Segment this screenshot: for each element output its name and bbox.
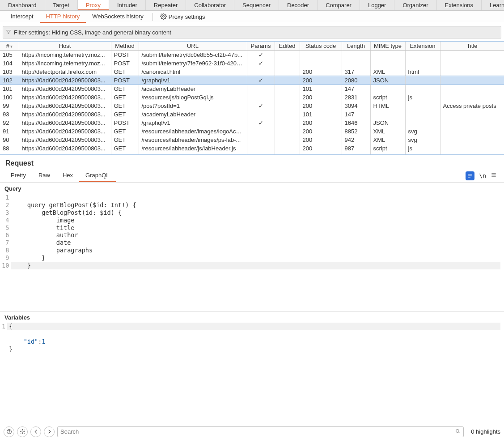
subtab-http-history[interactable]: HTTP history [40,11,86,23]
table-row[interactable]: 100https://0ad600d204209500803...GET/res… [0,93,504,102]
table-row[interactable]: 90https://0ad600d204209500803...GET/reso… [0,136,504,144]
gear-icon [160,13,167,21]
http-history-table: #▾HostMethodURLParamsEditedStatus codeLe… [0,41,504,155]
forward-button[interactable] [44,426,55,437]
funnel-icon [6,29,11,36]
filter-text: Filter settings: Hiding CSS, image and g… [14,29,171,36]
proxy-settings-button[interactable]: Proxy settings [156,13,210,21]
request-panel: Request PrettyRawHexGraphQL \n Query 123… [0,155,504,424]
highlights-count: 0 highlights [466,428,500,435]
view-tab-graphql[interactable]: GraphQL [79,169,115,182]
svg-point-10 [456,429,459,432]
table-row[interactable]: 99https://0ad600d204209500803...GET/post… [0,102,504,110]
search-box[interactable] [57,426,464,437]
inspector-toggle-button[interactable] [466,171,474,180]
tab-sequencer[interactable]: Sequencer [234,0,279,10]
col-mime-type[interactable]: MIME type [370,42,405,51]
query-label: Query [0,183,504,194]
variables-editor[interactable]: 1 { "id":1} [0,323,504,424]
table-row[interactable]: 103http://detectportal.firefox.comGET/ca… [0,68,504,76]
help-button[interactable] [4,426,14,437]
subtab-intercept[interactable]: Intercept [4,11,40,23]
table-row[interactable]: 91https://0ad600d204209500803...GET/reso… [0,127,504,136]
svg-rect-3 [468,177,470,178]
main-tabs: DashboardTargetProxyIntruderRepeaterColl… [0,0,504,11]
col-method[interactable]: Method [111,42,139,51]
proxy-settings-label: Proxy settings [169,13,205,20]
svg-line-11 [459,432,460,433]
view-tab-raw[interactable]: Raw [32,169,56,182]
table-row[interactable]: 104https://incoming.telemetry.moz...POST… [0,59,504,68]
tab-intruder[interactable]: Intruder [109,0,146,10]
col-url[interactable]: URL [139,42,247,51]
table-row[interactable]: 102https://0ad600d204209500803...POST/gr… [0,76,504,85]
col-host[interactable]: Host [19,42,111,51]
col-title[interactable]: Title [440,42,504,51]
view-tab-hex[interactable]: Hex [56,169,79,182]
col-params[interactable]: Params [247,42,275,51]
col-edited[interactable]: Edited [275,42,300,51]
tab-collaborator[interactable]: Collaborator [186,0,234,10]
search-input[interactable] [60,428,455,435]
query-editor[interactable]: 12345678910 query getBlogPost($id: Int!)… [0,194,504,311]
back-button[interactable] [30,426,41,437]
menu-icon[interactable] [491,172,497,179]
chevron-down-icon: ▾ [10,44,13,49]
settings-button[interactable] [17,426,28,437]
filter-bar[interactable]: Filter settings: Hiding CSS, image and g… [3,26,501,38]
table-row[interactable]: 93https://0ad600d204209500803...GET/acad… [0,110,504,119]
tab-proxy[interactable]: Proxy [78,0,109,10]
table-row[interactable]: 105https://incoming.telemetry.moz...POST… [0,51,504,60]
subtab-websockets-history[interactable]: WebSockets history [86,11,150,23]
request-title: Request [5,159,34,167]
request-view-tabs: PrettyRawHexGraphQL \n [0,169,504,183]
tab-organizer[interactable]: Organizer [394,0,436,10]
tab-decoder[interactable]: Decoder [279,0,318,10]
svg-rect-1 [468,175,472,175]
tab-logger[interactable]: Logger [360,0,394,10]
svg-point-0 [162,15,164,17]
tab-repeater[interactable]: Repeater [146,0,186,10]
separator [152,13,153,21]
variables-label: Variables [0,311,504,323]
table-row[interactable]: 101https://0ad600d204209500803...GET/aca… [0,85,504,93]
tab-learn[interactable]: Learn [482,0,504,10]
tab-target[interactable]: Target [45,0,78,10]
table-row[interactable]: 92https://0ad600d204209500803...POST/gra… [0,119,504,127]
bottom-toolbar: 0 highlights [0,424,504,439]
col--[interactable]: #▾ [0,42,19,51]
svg-rect-2 [468,175,472,176]
svg-point-8 [9,433,9,433]
col-length[interactable]: Length [342,42,370,51]
table-row[interactable]: 88https://0ad600d204209500803...GET/reso… [0,144,504,153]
newline-toggle-button[interactable]: \n [479,172,486,179]
tab-comparer[interactable]: Comparer [318,0,360,10]
tab-extensions[interactable]: Extensions [437,0,482,10]
col-status-code[interactable]: Status code [300,42,342,51]
table-header-row: #▾HostMethodURLParamsEditedStatus codeLe… [0,42,504,51]
col-extension[interactable]: Extension [405,42,440,51]
tab-dashboard[interactable]: Dashboard [0,0,45,10]
view-tab-pretty[interactable]: Pretty [4,169,32,182]
proxy-sub-tabs: InterceptHTTP historyWebSockets history … [0,11,504,23]
svg-point-9 [21,431,23,432]
search-icon [455,428,461,435]
